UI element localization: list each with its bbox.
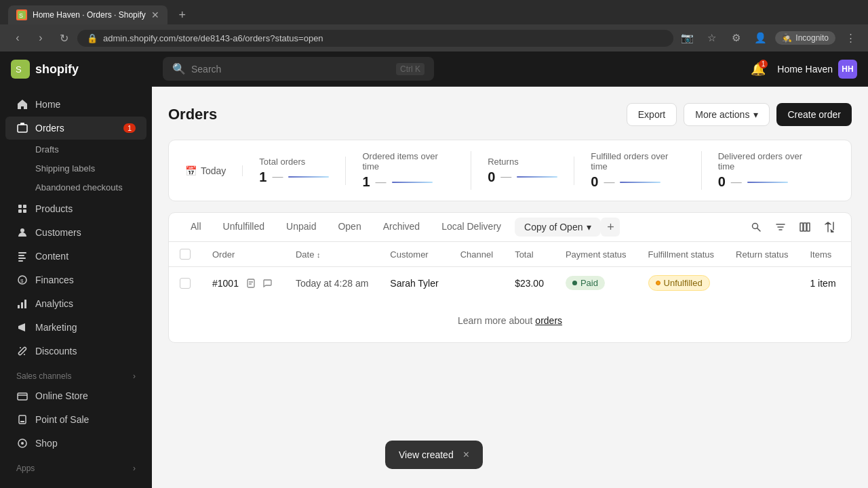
svg-rect-12 bbox=[18, 260, 23, 262]
sidebar-navigation: Home Orders 1 Drafts Shipping labels Aba… bbox=[0, 87, 152, 481]
customers-icon bbox=[16, 226, 28, 239]
sidebar-item-marketing[interactable]: Marketing bbox=[5, 316, 146, 339]
back-button[interactable]: ‹ bbox=[8, 28, 27, 47]
order-channel bbox=[450, 267, 504, 300]
apps-section: Apps › bbox=[0, 455, 152, 476]
svg-rect-5 bbox=[23, 205, 26, 208]
svg-text:S: S bbox=[19, 12, 23, 19]
stat-fulfilled-orders: Fulfilled orders over time 0 — bbox=[574, 151, 701, 190]
shop-icon bbox=[16, 437, 28, 449]
svg-rect-30 bbox=[248, 279, 254, 287]
svg-rect-16 bbox=[21, 302, 23, 308]
sidebar-item-abandoned[interactable]: Abandoned checkouts bbox=[5, 178, 146, 197]
tab-close-button[interactable]: ✕ bbox=[151, 9, 159, 20]
sidebar-item-finances[interactable]: $ Finances bbox=[5, 268, 146, 291]
sidebar-item-orders[interactable]: Orders 1 bbox=[5, 117, 146, 140]
address-bar[interactable]: 🔒 admin.shopify.com/store/de8143-a6/orde… bbox=[77, 30, 673, 47]
col-total: Total bbox=[504, 242, 555, 267]
stat-line-chart bbox=[288, 176, 329, 178]
col-date[interactable]: Date ↕ bbox=[285, 242, 379, 267]
orders-link[interactable]: orders bbox=[535, 315, 562, 326]
calendar-icon: 📅 bbox=[185, 165, 197, 176]
home-icon bbox=[16, 98, 28, 110]
camera-icon[interactable]: 📷 bbox=[677, 28, 696, 47]
col-return-status: Return status bbox=[725, 242, 799, 267]
stat-line-chart bbox=[517, 176, 557, 178]
store-button[interactable]: Home Haven HH bbox=[777, 60, 857, 79]
new-tab-button[interactable]: + bbox=[173, 5, 192, 24]
sidebar-item-content[interactable]: Content bbox=[5, 245, 146, 268]
page-header: Orders Export More actions ▾ Create orde… bbox=[168, 103, 852, 126]
menu-button[interactable]: ⋮ bbox=[841, 28, 860, 47]
svg-point-23 bbox=[21, 442, 24, 445]
extensions-icon[interactable]: ⚙ bbox=[726, 28, 745, 47]
browser-tab[interactable]: S Home Haven · Orders · Shopify ✕ bbox=[8, 5, 167, 24]
sidebar-item-products[interactable]: Products bbox=[5, 197, 146, 220]
table-row[interactable]: #1001 bbox=[169, 267, 852, 300]
notification-badge: 1 bbox=[759, 60, 768, 68]
row-checkbox[interactable] bbox=[180, 278, 191, 289]
search-shortcut: Ctrl K bbox=[396, 63, 425, 75]
filter-button[interactable] bbox=[770, 216, 791, 238]
store-name: Home Haven bbox=[777, 64, 833, 75]
svg-rect-4 bbox=[18, 205, 22, 208]
add-tab-button[interactable]: + bbox=[601, 218, 620, 237]
toast-close-button[interactable]: × bbox=[463, 449, 469, 461]
sidebar-item-online-store[interactable]: Online Store bbox=[5, 384, 146, 407]
order-number: #1001 bbox=[212, 278, 239, 289]
sidebar-item-shipping[interactable]: Shipping labels bbox=[5, 159, 146, 178]
sidebar-item-customers[interactable]: Customers bbox=[5, 221, 146, 244]
create-order-button[interactable]: Create order bbox=[776, 103, 852, 126]
tab-all[interactable]: All bbox=[180, 213, 212, 241]
tab-local-delivery[interactable]: Local Delivery bbox=[431, 213, 512, 241]
sidebar-logo[interactable]: S shopify bbox=[0, 52, 152, 87]
search-table-button[interactable] bbox=[745, 216, 767, 238]
tab-unfulfilled[interactable]: Unfulfilled bbox=[212, 213, 275, 241]
sidebar-item-drafts[interactable]: Drafts bbox=[5, 140, 146, 159]
export-button[interactable]: Export bbox=[627, 103, 677, 126]
sidebar-item-home[interactable]: Home bbox=[5, 93, 146, 116]
tab-open[interactable]: Open bbox=[327, 213, 372, 241]
tab-unpaid[interactable]: Unpaid bbox=[275, 213, 327, 241]
marketing-icon bbox=[16, 321, 28, 333]
products-icon bbox=[16, 203, 28, 215]
sidebar-item-shop[interactable]: Shop bbox=[5, 432, 146, 455]
tab-archived[interactable]: Archived bbox=[372, 213, 431, 241]
tab-copy-of-open[interactable]: Copy of Open ▾ bbox=[515, 218, 601, 237]
store-avatar: HH bbox=[838, 60, 857, 79]
sort-button[interactable] bbox=[818, 216, 840, 238]
svg-rect-28 bbox=[804, 223, 806, 231]
orders-badge: 1 bbox=[123, 123, 136, 133]
order-date: Today at 4:28 am bbox=[285, 267, 379, 300]
svg-rect-29 bbox=[807, 223, 810, 231]
sidebar-item-discounts[interactable]: Discounts bbox=[5, 340, 146, 363]
columns-button[interactable] bbox=[794, 216, 816, 238]
search-bar[interactable]: 🔍 Search Ctrl K bbox=[163, 57, 434, 81]
notification-button[interactable]: 🔔 1 bbox=[747, 58, 769, 80]
star-icon[interactable]: ☆ bbox=[702, 28, 721, 47]
refresh-button[interactable]: ↻ bbox=[54, 28, 73, 47]
select-all-checkbox[interactable] bbox=[180, 249, 191, 260]
more-actions-button[interactable]: More actions ▾ bbox=[684, 103, 770, 126]
discounts-icon bbox=[16, 345, 28, 357]
toast-notification: View created × bbox=[385, 441, 483, 469]
forward-button[interactable]: › bbox=[31, 28, 50, 47]
col-channel: Channel bbox=[450, 242, 504, 267]
svg-point-8 bbox=[20, 228, 24, 232]
sales-channels-chevron[interactable]: › bbox=[133, 371, 136, 381]
stat-ordered-items: Ordered items over time 1 — bbox=[346, 151, 471, 190]
shopify-logo[interactable]: S shopify bbox=[11, 60, 79, 79]
paid-dot bbox=[572, 281, 577, 285]
online-store-icon bbox=[16, 390, 28, 402]
note-icon bbox=[244, 277, 258, 290]
url-text: admin.shopify.com/store/de8143-a6/orders… bbox=[103, 33, 323, 43]
stat-line-chart bbox=[392, 182, 433, 183]
sidebar: S shopify Home Orders 1 bbox=[0, 52, 152, 488]
stat-date: 📅 Today bbox=[185, 165, 243, 176]
profile-icon[interactable]: 👤 bbox=[751, 28, 770, 47]
sidebar-item-analytics[interactable]: Analytics bbox=[5, 292, 146, 315]
sidebar-item-pos[interactable]: Point of Sale bbox=[5, 408, 146, 431]
order-customer: Sarah Tyler bbox=[379, 267, 449, 300]
order-return-status bbox=[725, 267, 799, 300]
apps-chevron[interactable]: › bbox=[133, 464, 136, 473]
